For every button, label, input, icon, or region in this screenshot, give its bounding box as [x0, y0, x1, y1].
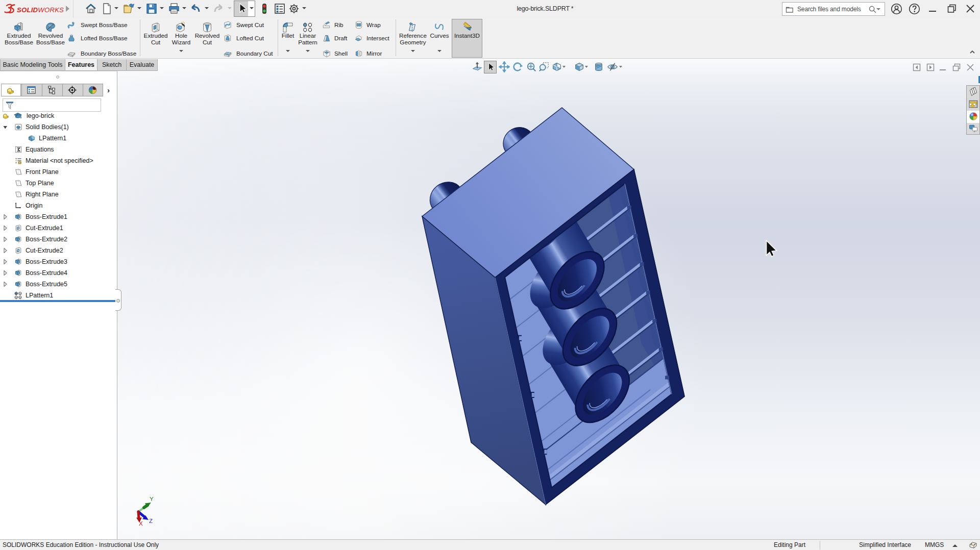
- svg-text:Z: Z: [149, 518, 153, 524]
- svg-text:Y: Y: [150, 496, 154, 502]
- svg-text:X: X: [139, 520, 143, 527]
- svg-text:SOLIDWORKS: SOLIDWORKS: [17, 6, 64, 14]
